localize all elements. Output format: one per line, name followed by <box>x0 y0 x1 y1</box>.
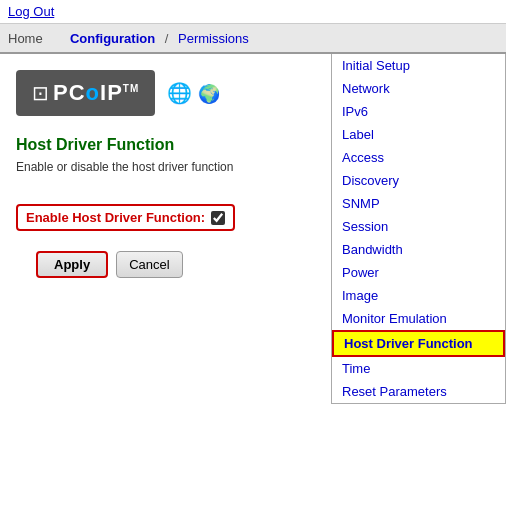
menu-item-discovery[interactable]: Discovery <box>332 169 505 192</box>
logo-area: ⊡ PCoIPTM 🌐 🌍 <box>16 70 315 116</box>
pcoip-logo-text: PCoIPTM <box>53 80 139 106</box>
apply-button[interactable]: Apply <box>36 251 108 278</box>
nav-separator <box>57 31 64 46</box>
configuration-menu: Initial SetupNetworkIPv6LabelAccessDisco… <box>331 54 506 404</box>
menu-item-session[interactable]: Session <box>332 215 505 238</box>
menu-item-image[interactable]: Image <box>332 284 505 307</box>
globe-icon: 🌐 <box>167 82 192 104</box>
logout-link[interactable]: Log Out <box>8 4 54 19</box>
menu-item-power[interactable]: Power <box>332 261 505 284</box>
nav-path-separator: / <box>161 31 172 46</box>
left-content: ⊡ PCoIPTM 🌐 🌍 Host Driver Function Enabl… <box>0 54 331 518</box>
pcoip-logo-icon: ⊡ <box>32 81 49 105</box>
logo-box: ⊡ PCoIPTM <box>16 70 155 116</box>
enable-host-driver-area: Enable Host Driver Function: <box>16 204 235 231</box>
menu-item-bandwidth[interactable]: Bandwidth <box>332 238 505 261</box>
main-layout: ⊡ PCoIPTM 🌐 🌍 Host Driver Function Enabl… <box>0 54 506 518</box>
menu-item-network[interactable]: Network <box>332 77 505 100</box>
section-description: Enable or disable the host driver functi… <box>16 160 315 174</box>
menu-item-reset-parameters[interactable]: Reset Parameters <box>332 380 505 403</box>
nav-permissions-link[interactable]: Permissions <box>178 31 249 46</box>
button-area: Apply Cancel <box>36 251 315 278</box>
nav-configuration-link[interactable]: Configuration <box>70 31 155 46</box>
enable-host-driver-checkbox[interactable] <box>211 211 225 225</box>
cancel-button[interactable]: Cancel <box>116 251 182 278</box>
enable-host-driver-label: Enable Host Driver Function: <box>26 210 205 225</box>
network-icon: 🌍 <box>198 84 220 104</box>
menu-item-snmp[interactable]: SNMP <box>332 192 505 215</box>
right-panel: Initial SetupNetworkIPv6LabelAccessDisco… <box>331 54 506 518</box>
menu-item-access[interactable]: Access <box>332 146 505 169</box>
menu-item-initial-setup[interactable]: Initial Setup <box>332 54 505 77</box>
nav-bar: Home Configuration / Permissions <box>0 24 506 54</box>
menu-item-time[interactable]: Time <box>332 357 505 380</box>
menu-item-monitor-emulation[interactable]: Monitor Emulation <box>332 307 505 330</box>
menu-item-ipv6[interactable]: IPv6 <box>332 100 505 123</box>
logo-tm: TM <box>123 83 139 94</box>
menu-item-label[interactable]: Label <box>332 123 505 146</box>
top-bar: Log Out <box>0 0 506 24</box>
nav-home: Home <box>8 31 43 46</box>
section-title: Host Driver Function <box>16 136 315 154</box>
menu-item-host-driver-function[interactable]: Host Driver Function <box>332 330 505 357</box>
